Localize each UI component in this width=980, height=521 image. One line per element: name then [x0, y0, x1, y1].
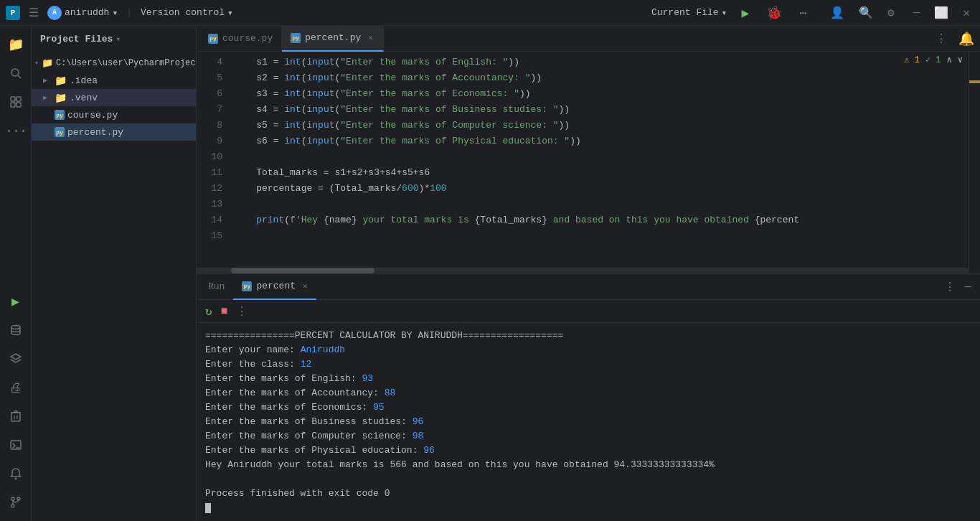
terminal[interactable]: ================PERCENT CALCULATOR BY AN… — [197, 323, 980, 521]
run-button[interactable]: ▶ — [738, 4, 752, 22]
term-blank-line — [205, 472, 971, 487]
git-sidebar-icon[interactable] — [3, 489, 29, 515]
trash-sidebar-icon[interactable] — [3, 403, 29, 429]
profile-chevron-icon: ▾ — [112, 7, 118, 19]
notifications-icon[interactable] — [3, 461, 29, 487]
expand-button[interactable]: ∨ — [958, 55, 963, 65]
term-cursor-line — [205, 501, 971, 515]
term-pe-line: Enter the marks of Physical education: 9… — [205, 443, 971, 458]
term-class-value: 12 — [301, 359, 312, 370]
code-line-9: s6 = int(input("Enter the marks of Physi… — [234, 133, 980, 149]
svg-point-13 — [11, 504, 14, 507]
term-exit-line: Process finished with exit code 0 — [205, 487, 971, 501]
minimize-button[interactable]: — — [909, 5, 925, 21]
titlebar: P ☰ A aniruddh ▾ | Version control ▾ Cur… — [0, 0, 980, 26]
more-options-button[interactable]: ⋯ — [796, 4, 810, 22]
code-editor[interactable]: ⚠ 1 ✓ 1 ∧ ∨ 4 5 6 7 8 9 10 11 12 — [197, 52, 980, 273]
notifications-bell-icon[interactable]: 🔔 — [953, 31, 980, 47]
terminal-sidebar-icon[interactable] — [3, 432, 29, 458]
version-control-menu[interactable]: Version control ▾ — [141, 7, 233, 19]
course-tab-icon: py — [208, 34, 218, 44]
layers-sidebar-icon[interactable] — [3, 346, 29, 372]
settings-icon[interactable]: ⚙ — [885, 4, 897, 22]
collab-icon[interactable]: 👤 — [827, 4, 847, 22]
collapse-button[interactable]: ∧ — [947, 55, 952, 65]
svg-rect-2 — [11, 97, 15, 101]
run-tab-actions: ⋮ — — [941, 278, 980, 296]
svg-rect-5 — [17, 103, 21, 107]
root-folder-icon: 📁 — [42, 57, 53, 69]
idea-folder-icon: 📁 — [55, 75, 67, 87]
term-english-line: Enter the marks of English: 93 — [205, 372, 971, 386]
debug-button[interactable]: 🐞 — [763, 4, 785, 22]
printer-sidebar-icon[interactable]: 🖨 — [3, 375, 29, 400]
vc-label: Version control — [141, 7, 225, 18]
sidebar-item-percent[interactable]: ▶ py percent.py — [32, 123, 196, 141]
run-toolbar: ↻ ■ ⋮ — [197, 300, 980, 323]
percent-run-tab-label: percent — [256, 281, 296, 291]
run-sidebar-icon[interactable]: ▶ — [3, 288, 29, 314]
current-file-selector[interactable]: Current File ▾ — [651, 7, 727, 19]
root-chevron-icon: ▾ — [34, 59, 39, 67]
percent-label: percent.py — [67, 127, 123, 138]
sidebar-item-idea[interactable]: ▶ 📁 .idea — [32, 72, 196, 89]
editor-area: py course.py py percent.py ✕ ⋮ 🔔 ⚠ 1 ✓ 1… — [197, 26, 980, 521]
term-computer-value: 98 — [413, 431, 424, 441]
percent-run-tab-close[interactable]: ✕ — [303, 281, 308, 291]
warning-indicator: ⚠ 1 — [904, 55, 920, 65]
svg-point-0 — [11, 69, 19, 76]
code-line-13 — [234, 197, 980, 212]
svg-line-1 — [18, 75, 21, 78]
restore-button[interactable]: ⬜ — [930, 4, 953, 22]
profile-menu[interactable]: A aniruddh ▾ — [47, 6, 118, 20]
term-name-line: Enter your name: Aniruddh — [205, 343, 971, 357]
code-content: 4 5 6 7 8 9 10 11 12 13 14 15 — [197, 52, 980, 268]
tab-percent-run[interactable]: py percent ✕ — [233, 274, 316, 300]
tab-run[interactable]: Run — [199, 274, 233, 300]
code-line-5: s2 = int(input("Enter the marks of Accou… — [234, 70, 980, 86]
search-bar-icon[interactable] — [3, 60, 29, 86]
rerun-button[interactable]: ↻ — [202, 303, 215, 320]
more-tools-icon[interactable]: ··· — [3, 118, 29, 144]
term-economics-line: Enter the marks of Economics: 95 — [205, 400, 971, 415]
run-more-button[interactable]: ⋮ — [941, 278, 958, 296]
avatar: A — [47, 6, 62, 20]
term-english-value: 93 — [362, 373, 373, 384]
vc-chevron-icon: ▾ — [227, 7, 233, 19]
run-toolbar-more[interactable]: ⋮ — [233, 303, 250, 320]
main-area: 📁 ··· ▶ 🖨 Project Files — [0, 26, 980, 521]
project-files-icon[interactable]: 📁 — [3, 32, 29, 57]
term-computer-line: Enter the marks of Computer science: 98 — [205, 429, 971, 443]
idea-chevron-icon: ▶ — [43, 76, 52, 85]
code-line-15 — [234, 228, 980, 244]
run-tab-bar: Run py percent ✕ ⋮ — — [197, 274, 980, 300]
venv-chevron-icon: ▶ — [43, 93, 52, 102]
run-panel: Run py percent ✕ ⋮ — ↻ ■ — [197, 273, 980, 521]
tab-percent[interactable]: py percent.py ✕ — [282, 26, 384, 52]
percent-tab-close[interactable]: ✕ — [367, 32, 374, 43]
term-separator-line: ================PERCENT CALCULATOR BY AN… — [205, 329, 971, 343]
percent-py-icon: py — [55, 127, 65, 137]
hamburger-menu[interactable]: ☰ — [26, 4, 42, 22]
right-gutter — [969, 52, 980, 273]
horizontal-scrollbar[interactable] — [197, 268, 980, 273]
database-sidebar-icon[interactable] — [3, 317, 29, 343]
sidebar-title: Project Files — [40, 34, 113, 44]
plugins-icon[interactable] — [3, 89, 29, 115]
tab-course[interactable]: py course.py — [199, 26, 282, 52]
separator: | — [126, 7, 132, 18]
tree-root[interactable]: ▾ 📁 C:\Users\user\PycharmProjects\anirud… — [32, 55, 196, 72]
stop-button[interactable]: ■ — [218, 304, 231, 319]
sidebar-item-course[interactable]: ▶ py course.py — [32, 106, 196, 123]
code-line-12: percentage = (Total_marks/600)*100 — [234, 181, 980, 197]
close-button[interactable]: ✕ — [958, 4, 974, 22]
tab-more-button[interactable]: ⋮ — [930, 32, 953, 46]
sidebar-header[interactable]: Project Files ▾ — [32, 26, 196, 52]
search-icon[interactable]: 🔍 — [856, 4, 876, 22]
code-line-10 — [234, 149, 980, 165]
run-minimize-button[interactable]: — — [961, 279, 974, 295]
line-numbers: 4 5 6 7 8 9 10 11 12 13 14 15 — [197, 52, 231, 268]
sidebar-item-venv[interactable]: ▶ 📁 .venv — [32, 89, 196, 106]
window-controls: — ⬜ ✕ — [909, 4, 974, 22]
scrollbar-thumb[interactable] — [231, 268, 374, 273]
